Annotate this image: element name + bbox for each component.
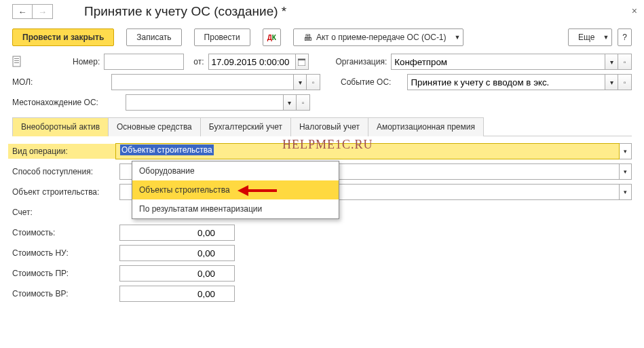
cost-pr-input[interactable] — [119, 265, 235, 282]
more-button[interactable]: Еще ▼ — [568, 28, 612, 46]
save-button[interactable]: Записать — [126, 28, 181, 46]
construction-object-drop-button[interactable]: ▾ — [620, 184, 632, 200]
construction-object-label: Объект строительства: — [12, 187, 119, 197]
svg-rect-3 — [14, 62, 19, 63]
org-drop-button[interactable]: ▾ — [605, 54, 618, 70]
dt-kt-icon: ДК — [267, 34, 276, 41]
print-act-label: Акт о приеме-передаче ОС (ОС-1) — [316, 33, 447, 42]
operation-type-label: Вид операции: — [8, 144, 115, 159]
option-construction-objects[interactable]: Объекты строительства — [132, 180, 339, 199]
more-label: Еще — [578, 33, 594, 42]
option-by-inventory[interactable]: По результатам инвентаризации — [132, 199, 339, 218]
account-label: Счет: — [12, 208, 119, 217]
date-input[interactable] — [208, 54, 295, 70]
cost-vr-input[interactable] — [119, 286, 235, 302]
event-open-button[interactable]: ▫ — [618, 74, 632, 90]
tab-noncurrent-asset[interactable]: Внеоборотный актив — [12, 117, 109, 136]
cost-nu-input[interactable] — [119, 245, 235, 261]
printer-icon: 🖶 — [303, 33, 312, 43]
tab-depreciation-premium[interactable]: Амортизационная премия — [368, 117, 484, 136]
operation-type-dropdown: Оборудование Объекты строительства По ре… — [132, 161, 339, 219]
close-icon[interactable]: × — [632, 5, 637, 16]
nav-back-button[interactable]: ← — [12, 4, 33, 19]
operation-type-value: Объекты строительства — [120, 144, 214, 155]
chevron-down-icon: ▼ — [455, 34, 461, 41]
post-button[interactable]: Провести — [194, 28, 250, 46]
org-label: Организация: — [336, 57, 387, 66]
receipt-method-drop-button[interactable]: ▾ — [620, 163, 632, 180]
mol-label: МОЛ: — [12, 77, 41, 87]
document-icon — [12, 56, 22, 68]
number-input[interactable] — [104, 54, 184, 70]
operation-type-drop-button[interactable]: ▾ — [620, 143, 632, 159]
option-equipment[interactable]: Оборудование — [132, 161, 339, 180]
dt-kt-button[interactable]: ДК — [263, 28, 281, 46]
tab-tax-accounting[interactable]: Налоговый учет — [291, 117, 368, 136]
location-drop-button[interactable]: ▾ — [283, 94, 297, 111]
cost-label: Стоимость: — [12, 228, 119, 237]
svg-rect-1 — [14, 58, 19, 59]
org-open-button[interactable]: ▫ — [618, 54, 632, 70]
svg-rect-5 — [298, 59, 305, 60]
event-input[interactable] — [407, 74, 605, 90]
nav-forward-button: → — [33, 4, 53, 19]
location-input[interactable] — [126, 94, 283, 111]
location-label: Местонахождение ОС: — [12, 98, 98, 107]
cost-input[interactable] — [119, 225, 235, 241]
calendar-button[interactable] — [295, 54, 309, 70]
mol-open-button[interactable]: ▫ — [307, 74, 320, 90]
location-open-button[interactable]: ▫ — [297, 94, 310, 111]
event-drop-button[interactable]: ▾ — [605, 74, 618, 90]
svg-rect-2 — [14, 60, 19, 61]
mol-drop-button[interactable]: ▾ — [293, 74, 307, 90]
operation-type-combo[interactable]: Объекты строительства ▾ — [115, 143, 632, 159]
from-label: от: — [193, 57, 204, 66]
post-and-close-button[interactable]: Провести и закрыть — [12, 28, 114, 46]
cost-pr-label: Стоимость ПР: — [12, 269, 119, 278]
cost-nu-label: Стоимость НУ: — [12, 248, 119, 258]
page-title: Принятие к учету ОС (создание) * — [84, 4, 286, 19]
svg-rect-0 — [13, 56, 20, 66]
receipt-method-label: Способ поступления: — [12, 167, 119, 176]
chevron-down-icon: ▼ — [603, 34, 609, 41]
mol-input[interactable] — [111, 74, 293, 90]
cost-vr-label: Стоимость ВР: — [12, 289, 119, 298]
number-label: Номер: — [73, 57, 100, 66]
print-act-button[interactable]: 🖶 Акт о приеме-передаче ОС (ОС-1) ▼ — [293, 28, 464, 46]
org-input[interactable] — [391, 54, 605, 70]
tab-bar: Внеоборотный актив Основные средства Бух… — [12, 117, 632, 136]
event-label: Событие ОС: — [341, 77, 391, 87]
tab-accounting[interactable]: Бухгалтерский учет — [201, 117, 291, 136]
tab-fixed-assets[interactable]: Основные средства — [109, 117, 201, 136]
help-button[interactable]: ? — [618, 28, 632, 46]
